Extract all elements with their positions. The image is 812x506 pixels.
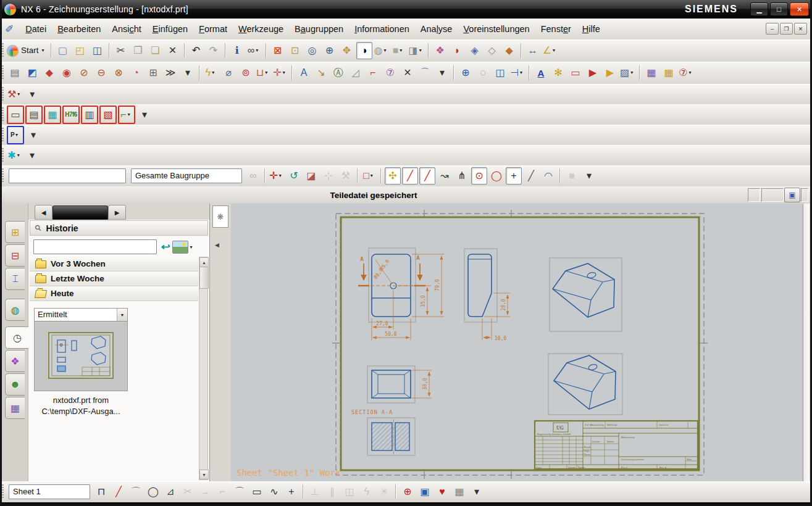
- menu-datei[interactable]: Datei: [20, 22, 52, 36]
- dim-width[interactable]: 50,0: [385, 331, 396, 337]
- open-file-button[interactable]: ◰: [72, 42, 88, 59]
- datum-feature-button[interactable]: Ⓐ: [330, 64, 346, 81]
- end-point-toggle[interactable]: ╱: [402, 167, 418, 185]
- studio-spline-button[interactable]: ∿: [266, 483, 282, 500]
- toolbar-options-button[interactable]: ▾: [24, 86, 40, 103]
- symmetrical-centerline-button[interactable]: ◫: [492, 64, 508, 81]
- palette-scrollbar[interactable]: ▲ ▼: [199, 257, 208, 480]
- cursor-select-button[interactable]: ◇: [484, 42, 500, 59]
- magnifier-button[interactable]: ◎: [304, 42, 320, 59]
- dim-chamfer-width[interactable]: 10,0: [495, 336, 506, 341]
- bolt-circle-centerline-button[interactable]: ◌: [475, 64, 491, 81]
- cut-button[interactable]: ✂: [113, 42, 129, 59]
- web-browser-tab[interactable]: ◍: [5, 299, 25, 321]
- dropdown-arrow-icon[interactable]: ▾: [283, 70, 288, 75]
- copy-button[interactable]: ❐: [130, 42, 146, 59]
- menu-informationen[interactable]: Informationen: [349, 22, 415, 36]
- mid-point-toggle[interactable]: ╱: [419, 167, 435, 185]
- dropdown-arrow-icon[interactable]: ▾: [42, 48, 47, 53]
- menu-fenster[interactable]: Fenster: [535, 22, 577, 36]
- pan-button[interactable]: ✥: [339, 42, 355, 59]
- quadrant-point-toggle[interactable]: ◯: [488, 167, 504, 185]
- history-folder-heute[interactable]: Heute: [30, 286, 198, 301]
- existing-point-toggle[interactable]: +: [506, 167, 522, 185]
- preview-image-button[interactable]: [172, 241, 188, 254]
- menu-bearbeiten[interactable]: Bearbeiten: [52, 22, 106, 36]
- top-view[interactable]: 30,0: [372, 370, 432, 398]
- measure-distance-button[interactable]: ↔: [525, 42, 541, 59]
- dropdown-arrow-icon[interactable]: ▾: [190, 244, 193, 250]
- undo-button[interactable]: ↶: [188, 42, 204, 59]
- menu-baugruppen[interactable]: Baugruppen: [289, 22, 349, 36]
- clip-section-button[interactable]: ◨▾: [408, 42, 425, 59]
- auto-balloon-button[interactable]: ⑦▾: [678, 64, 694, 81]
- find-button[interactable]: ∞▾: [246, 42, 262, 59]
- view-list-button[interactable]: ▤: [25, 106, 43, 124]
- rectangle-button[interactable]: ▭: [249, 483, 265, 500]
- toolbar-options-button[interactable]: ▾: [434, 64, 450, 81]
- gear-tools-button[interactable]: ✱▾: [7, 147, 23, 164]
- dropdown-arrow-icon[interactable]: ▾: [370, 173, 375, 178]
- detail-view-button[interactable]: ◉: [59, 64, 75, 81]
- zoom-area-button[interactable]: ⊡: [287, 42, 303, 59]
- isometric-view-2[interactable]: [554, 355, 616, 409]
- arc-center-toggle[interactable]: ⊙: [471, 167, 487, 185]
- section-line-edit-button[interactable]: ▭: [567, 64, 584, 81]
- isometric-view-1[interactable]: [553, 263, 614, 317]
- paste-button[interactable]: ❏: [148, 42, 164, 59]
- intersection-point-toggle[interactable]: ⋔: [454, 167, 470, 185]
- dropdown-button[interactable]: ▼: [117, 309, 127, 321]
- measure-angle-button[interactable]: ∠▾: [542, 42, 558, 59]
- selection-scope-combobox[interactable]: Gesamte Baugruppe ▼: [131, 168, 242, 183]
- point-on-curve-toggle[interactable]: ╱: [523, 167, 539, 185]
- reset-filter-button[interactable]: ↺: [286, 167, 302, 185]
- history-search-combobox[interactable]: ▼: [33, 239, 157, 254]
- section-view-button[interactable]: ⊘: [76, 64, 92, 81]
- dropdown-arrow-icon[interactable]: ▾: [212, 70, 217, 75]
- constraint-navigator-tab[interactable]: ⊟: [5, 244, 25, 267]
- rotate-view-button[interactable]: ◈: [467, 42, 483, 59]
- dropdown-arrow-icon[interactable]: ▾: [419, 48, 424, 53]
- history-folder-letzte-woche[interactable]: Letzte Woche: [30, 272, 198, 286]
- history-item-thumbnail[interactable]: [34, 321, 128, 391]
- dropdown-arrow-icon[interactable]: ▾: [553, 48, 558, 53]
- revolved-section-view-button[interactable]: ⊗: [111, 64, 127, 81]
- close-button[interactable]: ✕: [790, 2, 809, 16]
- mdi-restore-button[interactable]: ❐: [780, 23, 793, 35]
- dim-chamfer-height[interactable]: 20,0: [501, 299, 506, 310]
- derived-lines-button[interactable]: ⊿: [162, 483, 178, 500]
- toolbar-grip[interactable]: [2, 484, 4, 499]
- rectangle-select-button[interactable]: □▾: [361, 167, 377, 185]
- information-button[interactable]: ℹ: [229, 42, 245, 59]
- shaded-view-button[interactable]: ◑: [356, 42, 372, 59]
- toolbar-options-button[interactable]: ▾: [136, 106, 153, 123]
- id-symbol-button[interactable]: ⑦: [382, 64, 398, 81]
- toolbar-grip[interactable]: [2, 148, 4, 163]
- delete-button[interactable]: ✕: [165, 42, 181, 59]
- line-button[interactable]: ╱: [111, 483, 127, 500]
- palette-tab-next-button[interactable]: ▶: [108, 205, 126, 220]
- mdi-minimize-button[interactable]: –: [766, 23, 779, 35]
- new-sheet-button[interactable]: ▤: [7, 64, 23, 81]
- dropdown-arrow-icon[interactable]: ▾: [689, 70, 693, 75]
- menu-format[interactable]: Format: [193, 22, 233, 36]
- point-on-surface-toggle[interactable]: ◠: [540, 167, 556, 185]
- zoom-in-out-button[interactable]: ⊕: [322, 42, 338, 59]
- dropdown-arrow-icon[interactable]: ▾: [384, 48, 389, 53]
- offset-curve-button[interactable]: ⊕: [400, 483, 416, 500]
- half-section-view-button[interactable]: ⊖: [93, 64, 109, 81]
- menu-werkzeuge[interactable]: Werkzeuge: [233, 22, 289, 36]
- maximize-graphics-button[interactable]: ▣: [784, 188, 800, 202]
- toolbar-options-button[interactable]: ▾: [581, 167, 597, 185]
- mdi-close-button[interactable]: ✕: [794, 23, 807, 35]
- save-button[interactable]: ◫: [90, 42, 106, 59]
- visualization-palette-button[interactable]: ❖: [432, 42, 448, 59]
- history-folder-vor-3-wochen[interactable]: Vor 3 Wochen: [30, 257, 198, 272]
- pmi-button[interactable]: P▾: [7, 126, 24, 144]
- show-hide-button[interactable]: ◗: [450, 42, 466, 59]
- crosshatch-button[interactable]: ▨▾: [619, 64, 636, 81]
- toolbar-grip[interactable]: [2, 168, 4, 183]
- start-menu-button[interactable]: Start▾: [7, 42, 48, 59]
- base-view-button[interactable]: ◩: [24, 64, 40, 81]
- rendering-style-button[interactable]: ◍▾: [374, 42, 390, 59]
